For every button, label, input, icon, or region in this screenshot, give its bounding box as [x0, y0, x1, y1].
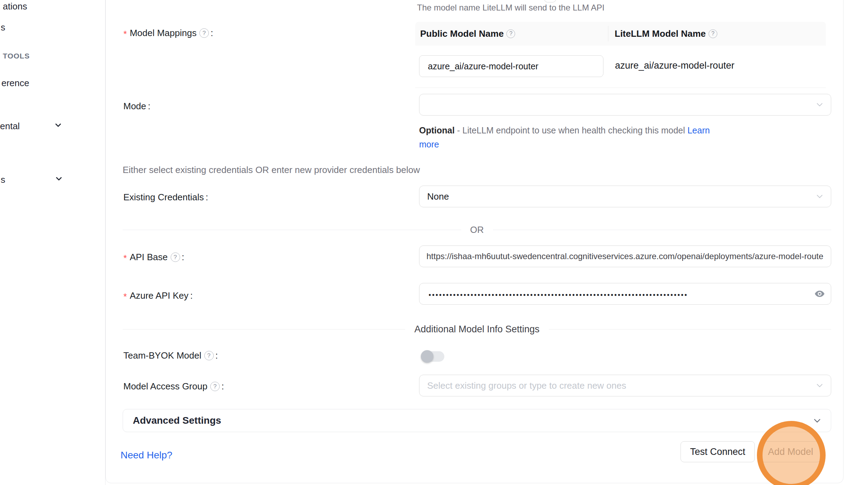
help-icon[interactable]: ?: [171, 252, 180, 262]
existing-credentials-select[interactable]: None: [419, 186, 831, 207]
mode-select[interactable]: [419, 94, 831, 116]
api-base-label: * API Base ? :: [123, 251, 184, 264]
sidebar-section-tools: TOOLS: [3, 52, 30, 60]
litellm-model-name-header: LiteLLM Model Name ?: [608, 26, 826, 41]
api-base-input[interactable]: [419, 245, 831, 267]
public-model-name-header: Public Model Name ?: [415, 28, 608, 39]
or-divider: OR: [123, 224, 831, 235]
row-divider: [415, 88, 826, 88]
need-help-link[interactable]: Need Help?: [121, 450, 172, 461]
sidebar-item[interactable]: erence: [1, 78, 29, 89]
required-asterisk: *: [123, 251, 127, 264]
chevron-down-icon: [813, 416, 822, 427]
model-access-group-select[interactable]: Select existing groups or type to create…: [419, 375, 831, 396]
chevron-down-icon: [815, 101, 824, 110]
public-model-name-input[interactable]: [419, 55, 603, 77]
team-byok-label: Team-BYOK Model ? :: [123, 350, 218, 361]
model-mappings-label: * Model Mappings ? :: [123, 27, 213, 40]
advanced-settings-title: Advanced Settings: [123, 415, 221, 426]
azure-api-key-input[interactable]: ••••••••••••••••••••••••••••••••••••••••…: [419, 283, 831, 305]
model-name-caption: The model name LiteLLM will send to the …: [417, 3, 604, 13]
help-icon[interactable]: ?: [709, 29, 717, 38]
sidebar-item[interactable]: s: [1, 22, 5, 33]
chevron-down-icon: [54, 120, 63, 132]
sidebar-item-expandable[interactable]: ental: [0, 121, 20, 132]
required-asterisk: *: [123, 27, 127, 40]
credentials-note: Either select existing credentials OR en…: [123, 165, 420, 175]
help-icon[interactable]: ?: [210, 382, 220, 391]
mode-help-text: Optional - LiteLLM endpoint to use when …: [419, 123, 741, 151]
model-mappings-table-header: Public Model Name ? LiteLLM Model Name ?: [415, 22, 826, 46]
additional-info-divider: Additional Model Info Settings: [123, 324, 831, 335]
sidebar-item[interactable]: ations: [3, 1, 27, 12]
litellm-model-name-value: azure_ai/azure-model-router: [615, 60, 734, 71]
chevron-down-icon: [815, 381, 824, 391]
help-icon[interactable]: ?: [199, 28, 209, 38]
required-asterisk: *: [123, 289, 127, 302]
masked-password: ••••••••••••••••••••••••••••••••••••••••…: [419, 289, 798, 299]
advanced-settings-panel[interactable]: Advanced Settings: [123, 409, 831, 432]
help-icon[interactable]: ?: [204, 351, 214, 360]
chevron-down-icon: [815, 192, 824, 202]
test-connect-button[interactable]: Test Connect: [681, 441, 755, 462]
help-icon[interactable]: ?: [506, 29, 515, 38]
select-placeholder: Select existing groups or type to create…: [419, 380, 626, 391]
existing-credentials-label: Existing Credentials :: [123, 192, 208, 203]
sidebar-item-label: ental: [0, 121, 20, 132]
chevron-down-icon: [54, 174, 63, 186]
eye-icon[interactable]: [814, 288, 825, 299]
sidebar-item-expandable[interactable]: s: [1, 174, 5, 185]
azure-api-key-label: * Azure API Key :: [123, 289, 193, 302]
add-model-button[interactable]: Add Model: [760, 441, 821, 462]
sidebar-item-label: s: [1, 174, 5, 185]
clipped-input-fragment: [544, 0, 556, 2]
team-byok-toggle[interactable]: [422, 350, 445, 363]
model-access-group-label: Model Access Group ? :: [123, 381, 224, 392]
mode-label: Mode :: [123, 101, 150, 112]
